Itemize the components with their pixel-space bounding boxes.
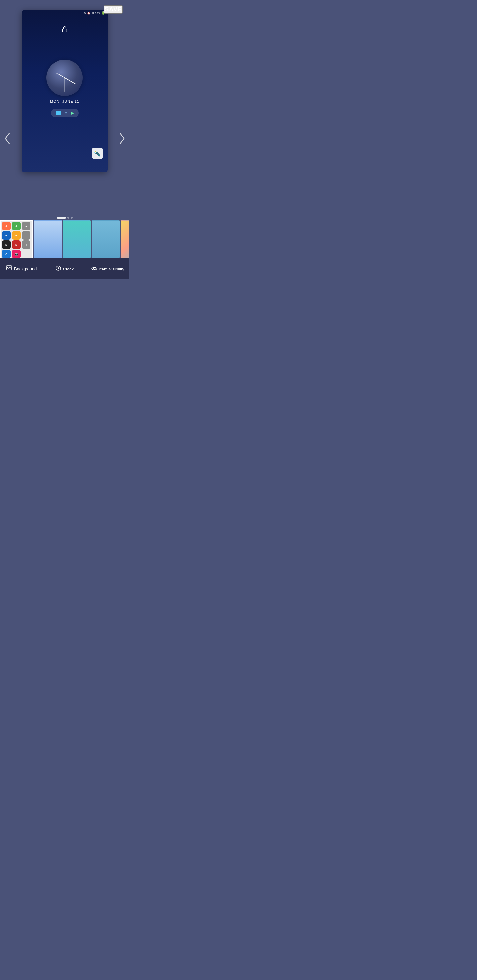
second-hand (65, 78, 65, 92)
clock-area: MON, JUNE 11 (22, 60, 108, 103)
apps-grid: A A A B B T B B b C 📷 (1, 221, 32, 258)
shortcut-star[interactable]: ✦ (64, 111, 68, 115)
dot-2 (67, 216, 69, 218)
tab-clock[interactable]: Clock (43, 258, 86, 280)
date-text: MON, JUNE 11 (50, 99, 79, 103)
clock-center (64, 77, 65, 78)
bluetooth-icon: ⊛ (84, 11, 86, 14)
clock-tab-icon (56, 266, 61, 272)
thumbnail-light-blue[interactable] (92, 220, 120, 258)
flashlight-button[interactable]: 🔦 (92, 148, 103, 159)
thumbnail-apps[interactable]: A A A B B T B B b C 📷 (0, 220, 33, 258)
flashlight-icon: 🔦 (94, 150, 101, 157)
app-icon-8: b (22, 240, 30, 249)
app-icon-5: T (22, 231, 30, 240)
svg-rect-3 (57, 266, 59, 266)
minute-hand (65, 78, 76, 84)
lock-icon-area (22, 26, 108, 33)
nav-arrow-right[interactable] (118, 132, 126, 148)
app-icon-10: 📷 (12, 250, 21, 258)
lock-icon (61, 26, 68, 33)
hour-hand (56, 73, 65, 78)
svg-rect-0 (62, 29, 67, 32)
app-icon-2: A (22, 222, 30, 231)
app-icon-1: A (12, 222, 21, 231)
wifi-icon: ⌘ (91, 11, 94, 14)
background-tab-icon (6, 265, 12, 272)
shortcut-messages[interactable] (56, 111, 61, 115)
tab-background[interactable]: Background (0, 258, 43, 280)
shortcut-play[interactable]: ▶ (71, 111, 74, 115)
app-icon-9: C (2, 250, 11, 258)
thumbnail-blue[interactable] (34, 220, 62, 258)
save-button[interactable]: SAVE (104, 5, 123, 14)
thumbnails-section: A A A B B T B B b C 📷 (0, 220, 129, 258)
status-icons: ⊛ ⏰ ⌘ 95% 🔋 (84, 11, 105, 14)
bottom-tabs: Background Clock Item Visibility (0, 258, 129, 280)
phone-preview: ⊛ ⏰ ⌘ 95% 🔋 MON, JUNE 11 ✦ ▶ 🔦 (22, 10, 108, 172)
app-icon-0: A (2, 222, 11, 231)
alarm-icon: ⏰ (87, 11, 91, 14)
item-visibility-tab-label: Item Visibility (99, 267, 124, 272)
battery-text: 95% (95, 11, 101, 14)
background-tab-label: Background (14, 266, 37, 271)
nav-arrow-left[interactable] (3, 132, 11, 148)
analog-clock (46, 60, 83, 96)
dots-indicator (57, 216, 73, 218)
app-icon-3: B (2, 231, 11, 240)
thumbnail-yellow[interactable] (121, 220, 129, 258)
app-icon-6: B (2, 240, 11, 249)
quick-shortcuts: ✦ ▶ (22, 108, 108, 117)
dot-3 (70, 216, 73, 218)
thumbnail-teal[interactable] (63, 220, 91, 258)
visibility-tab-icon (91, 266, 97, 272)
shortcuts-pill[interactable]: ✦ ▶ (51, 108, 78, 117)
svg-point-4 (93, 268, 95, 269)
clock-tab-label: Clock (63, 267, 74, 272)
app-icon-4: B (12, 231, 21, 240)
app-icon-7: B (12, 240, 21, 249)
tab-item-visibility[interactable]: Item Visibility (86, 258, 129, 280)
dot-1 (57, 216, 66, 218)
status-bar: ⊛ ⏰ ⌘ 95% 🔋 (22, 10, 108, 16)
